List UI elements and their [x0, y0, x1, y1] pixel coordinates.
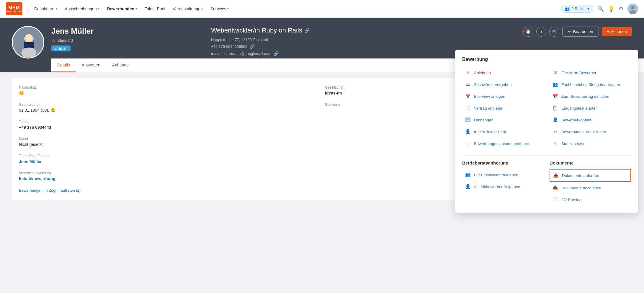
- document-icon: 📄: [465, 105, 471, 111]
- nav-bewerbungen[interactable]: Bewerbungen ▾: [104, 5, 140, 13]
- email-link-icon: 🔗: [274, 51, 279, 56]
- top-navigation: MHM MHM-HR.COM Dashboard ▾ Ausschreibung…: [0, 0, 644, 18]
- chevron-down-icon: ▾: [607, 29, 609, 34]
- action-bewerberkontakt[interactable]: 👤 Bewerberkontakt: [550, 114, 631, 126]
- chevron-down-icon: ▾: [56, 7, 57, 10]
- status-badge: Erhalten: [51, 45, 71, 51]
- user-avatar[interactable]: [627, 4, 638, 14]
- roles-button[interactable]: 👥 9 Rollen ▾: [561, 5, 593, 13]
- calendar-icon: 📅: [465, 93, 471, 100]
- field-telefon: Telefon +49 176 6934443: [19, 120, 319, 130]
- action-mitbewerber[interactable]: 👤 Als Mitbewerber freigeben: [462, 181, 544, 193]
- chevron-down-icon: ▾: [98, 7, 99, 10]
- actions-right-col: ✉ E-Mail an Bewerber 👥 Fachbereichsprüfu…: [550, 67, 631, 149]
- edit-icon: ✏: [568, 29, 571, 34]
- nav-services[interactable]: Services ▾: [207, 5, 232, 13]
- field-geburtsdatum: Geburtsdatum 01.01.1994 (30), 😀: [19, 102, 319, 113]
- action-talent-pool[interactable]: 👤 In den Talent Pool: [462, 126, 544, 138]
- actions-button[interactable]: ▾ Aktionen: [602, 27, 632, 36]
- field-kanal: Kanal Nicht gesetzt: [19, 137, 319, 147]
- invite-icon: 📅: [552, 93, 558, 100]
- nav-ausschreibungen[interactable]: Ausschreibungen ▾: [62, 5, 102, 13]
- action-dokumente-anfordern[interactable]: 📥 Dokumente anfordern: [550, 169, 631, 182]
- logo-sub: MHM-HR.COM: [6, 10, 22, 12]
- profile-name: Jens Müller: [51, 27, 204, 36]
- action-fachbereich[interactable]: 👥 Fachbereichsprüfung beantragen: [550, 79, 631, 90]
- request-doc-icon: 📥: [553, 172, 559, 179]
- action-dokumente-hochladen[interactable]: 📤 Dokumente hochladen: [550, 182, 631, 194]
- search-button[interactable]: 🔍: [597, 6, 604, 12]
- action-vertrag[interactable]: 📄 Vertrag anbieten: [462, 102, 544, 114]
- alarm-button[interactable]: ⏰: [523, 27, 533, 37]
- edit-button[interactable]: ✏ Bearbeiten: [562, 27, 599, 37]
- action-interview[interactable]: 📅 Interview anlegen: [462, 90, 544, 102]
- nav-talent-pool[interactable]: Talent Pool: [142, 5, 168, 13]
- action-cv-parsing[interactable]: 📄 CV-Parsing: [550, 194, 631, 206]
- field-nationalitaet: Nationalität 👑: [19, 85, 319, 95]
- action-stichwoerter[interactable]: 🏷 Stichwörter vergeben: [462, 79, 544, 90]
- field-mehrfach: Mehrfachbewerbung Initiativbewerbung: [19, 171, 319, 181]
- svg-point-1: [631, 6, 635, 9]
- chevron-down-icon: ▾: [135, 7, 137, 10]
- tab-details[interactable]: Details: [51, 58, 76, 72]
- withdraw-icon: ↩: [552, 128, 558, 135]
- profile-info: Jens Müller ☆ Standard Erhalten: [51, 24, 204, 51]
- bewerbung-section-title: Bewerbung: [462, 57, 631, 62]
- action-status[interactable]: ⚠ Status setzen: [550, 138, 631, 149]
- action-zusammenfuehren[interactable]: → Bewerbungen zusammenführen: [462, 138, 544, 149]
- logo-brand: MHM: [9, 5, 20, 10]
- contact-icon: 👤: [552, 117, 558, 123]
- chevron-down-icon: ▾: [227, 7, 229, 10]
- actions-dropdown: Bewerbung ✕ Ablehnen 🏷 Stichwörter verge…: [455, 50, 638, 206]
- action-umhaengen[interactable]: 🔄 Umhängen: [462, 114, 544, 126]
- job-title: Webentwickler/in Ruby on Rails: [211, 27, 302, 34]
- info-button[interactable]: ℹ: [536, 27, 546, 37]
- chevron-down-icon: ▾: [587, 6, 589, 11]
- upload-doc-icon: 📤: [552, 185, 558, 191]
- tab-antworten[interactable]: Antworten: [76, 58, 106, 72]
- cv-icon: 📄: [552, 196, 558, 203]
- profile-actions: ⏰ ℹ ⊞ ✏ Bearbeiten ▾ Aktionen: [523, 24, 632, 37]
- actions-left-col: ✕ Ablehnen 🏷 Stichwörter vergeben 📅 Inte…: [462, 67, 544, 149]
- dokumente-section: Dokumente 📥 Dokumente anfordern 📤 Dokume…: [550, 160, 631, 206]
- x-icon: ✕: [465, 69, 471, 76]
- svg-point-7: [25, 34, 32, 42]
- merge-icon: →: [465, 140, 471, 147]
- phone-link-icon: 🔗: [250, 44, 255, 49]
- tag-icon: 🏷: [465, 81, 471, 88]
- nav-right: 👥 9 Rollen ▾ 🔍 💡 ⚙: [561, 4, 638, 14]
- grid-button[interactable]: ⊞: [549, 27, 559, 37]
- action-eingangstest[interactable]: 📋 Eingangstest starten: [550, 102, 631, 114]
- status-icon: ⚠: [552, 140, 558, 147]
- transfer-icon: 🔄: [465, 117, 471, 123]
- betriebsrat-section: Betriebsratsanhörung 👥 Für Einstellung f…: [462, 160, 544, 206]
- dokumente-title: Dokumente: [550, 160, 631, 165]
- settings-icon[interactable]: ⚙: [619, 6, 623, 12]
- nav-links: Dashboard ▾ Ausschreibungen ▾ Bewerbunge…: [31, 5, 561, 13]
- dropdown-divider: [462, 155, 631, 156]
- action-bewerbertag[interactable]: 📅 Zum Bewerbertag einladen: [550, 90, 631, 102]
- users-icon: 👥: [565, 6, 570, 11]
- bewerbung-actions-grid: ✕ Ablehnen 🏷 Stichwörter vergeben 📅 Inte…: [462, 67, 631, 149]
- dropdown-bottom-sections: Betriebsratsanhörung 👥 Für Einstellung f…: [462, 160, 631, 206]
- bulb-icon[interactable]: 💡: [608, 6, 614, 12]
- nav-dashboard[interactable]: Dashboard ▾: [31, 5, 60, 13]
- review-icon: 👥: [552, 81, 558, 88]
- action-email[interactable]: ✉ E-Mail an Bewerber: [550, 67, 631, 79]
- test-icon: 📋: [552, 105, 558, 111]
- profile-rating: ☆ Standard: [51, 38, 204, 43]
- action-ablehnen[interactable]: ✕ Ablehnen: [462, 67, 544, 79]
- link-icon[interactable]: 🔗: [305, 28, 310, 33]
- nav-veranstaltungen[interactable]: Veranstaltungen: [170, 5, 206, 13]
- svg-rect-8: [24, 42, 34, 48]
- profile-photo: [12, 26, 44, 58]
- email-icon: ✉: [552, 69, 558, 76]
- logo[interactable]: MHM MHM-HR.COM: [6, 2, 22, 15]
- action-freigeben[interactable]: 👥 Für Einstellung freigeben: [462, 169, 544, 181]
- add-person-icon: 👤: [465, 128, 471, 135]
- competitor-icon: 👤: [465, 183, 471, 190]
- action-zurueckziehen[interactable]: ↩ Bewerbung zurückziehen: [550, 126, 631, 138]
- tab-anhaenge[interactable]: Anhänge: [106, 58, 135, 72]
- release-icon: 👥: [465, 172, 471, 178]
- svg-point-9: [21, 48, 37, 58]
